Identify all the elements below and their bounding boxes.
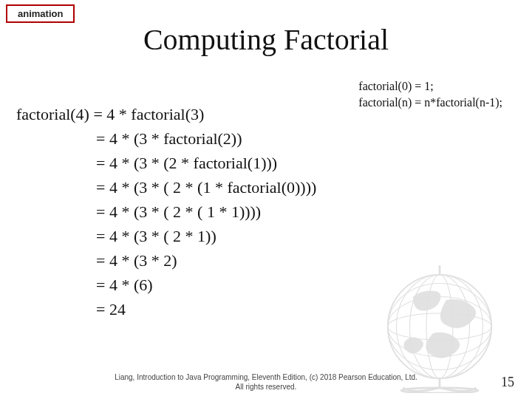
step-lhs: factorial(4) — [16, 105, 89, 123]
citation-footer: Liang, Introduction to Java Programming,… — [0, 373, 532, 392]
citation-line: Liang, Introduction to Java Programming,… — [0, 373, 532, 383]
animation-label: animation — [18, 8, 63, 19]
step-rhs: = 4 * (3 * ( 2 * (1 * factorial(0)))) — [96, 178, 316, 197]
step-row: = 24 — [16, 297, 316, 321]
page-number: 15 — [501, 375, 514, 390]
derivation-steps: factorial(4) = 4 * factorial(3) = 4 * (3… — [16, 102, 316, 321]
step-row: factorial(4) = 4 * factorial(3) — [16, 102, 316, 126]
citation-line: All rights reserved. — [0, 383, 532, 392]
step-row: = 4 * (3 * 2) — [16, 248, 316, 273]
step-rhs: = 4 * (3 * ( 2 * ( 1 * 1)))) — [96, 202, 261, 221]
formula-rule: factorial(n) = n*factorial(n-1); — [358, 95, 502, 111]
step-rhs: = 24 — [96, 300, 126, 318]
formula-base: factorial(0) = 1; — [358, 78, 502, 95]
page-title: Computing Factorial — [0, 22, 532, 57]
step-rhs: = 4 * (3 * 2) — [96, 251, 177, 270]
step-row: = 4 * (3 * ( 2 * ( 1 * 1)))) — [16, 200, 316, 224]
step-rhs: = 4 * (3 * (2 * factorial(1))) — [96, 154, 277, 172]
step-row: = 4 * (3 * factorial(2)) — [16, 126, 316, 151]
step-rhs: = 4 * (3 * ( 2 * 1)) — [96, 227, 216, 245]
step-rhs: = 4 * factorial(3) — [93, 105, 204, 123]
step-row: = 4 * (6) — [16, 273, 316, 297]
animation-button[interactable]: animation — [6, 4, 75, 23]
step-row: = 4 * (3 * ( 2 * 1)) — [16, 224, 316, 248]
formula-definition: factorial(0) = 1; factorial(n) = n*facto… — [358, 78, 502, 110]
svg-point-1 — [388, 275, 491, 378]
svg-point-5 — [426, 275, 453, 378]
step-rhs: = 4 * (3 * factorial(2)) — [96, 129, 242, 148]
step-row: = 4 * (3 * (2 * factorial(1))) — [16, 151, 316, 175]
step-row: = 4 * (3 * ( 2 * (1 * factorial(0)))) — [16, 175, 316, 200]
step-rhs: = 4 * (6) — [96, 276, 153, 294]
